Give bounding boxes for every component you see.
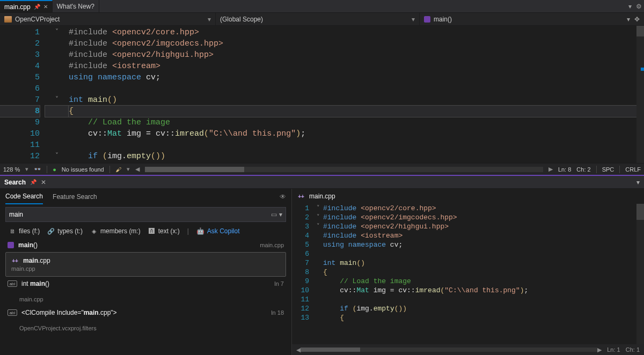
dropdown-options-icon[interactable]: ▭: [271, 211, 277, 218]
cpp-file-icon: ++: [297, 193, 305, 200]
check-icon: ●: [53, 166, 56, 173]
fold-gutter[interactable]: ˅ ˅ ˅: [45, 26, 69, 163]
pin-icon[interactable]: 📌: [30, 179, 36, 185]
member-icon: [8, 242, 14, 248]
preview-filename: main.cpp: [309, 193, 335, 200]
scroll-left-icon[interactable]: ◀: [135, 166, 140, 173]
filter-types[interactable]: 🔗types (t:): [47, 227, 83, 235]
issues-label[interactable]: No issues found: [62, 166, 104, 173]
search-input[interactable]: [9, 211, 271, 218]
result-title: main.cpp: [23, 257, 50, 264]
split-icon[interactable]: ✥: [634, 16, 640, 23]
vertical-scrollbar[interactable]: [636, 26, 644, 163]
close-icon[interactable]: ✕: [43, 4, 48, 10]
search-title: Search: [4, 179, 26, 186]
scroll-right-icon[interactable]: ▶: [548, 166, 553, 173]
glasses-icon[interactable]: 👓: [34, 166, 41, 173]
close-icon[interactable]: ✕: [41, 179, 46, 186]
result-line: ln 7: [274, 280, 284, 287]
search-preview-pane: ++ main.cpp 12345678910111213 ˅ ˅ ˅ #inc…: [292, 189, 644, 355]
line-number-gutter: 123456789101112: [0, 26, 45, 163]
search-panel-header: Search 📌 ✕ ▾: [0, 175, 644, 189]
tab-label: main.cpp: [4, 3, 31, 11]
document-tabs: main.cpp 📌 ✕ What's New? ▾ ⚙: [0, 0, 644, 13]
search-left-pane: Code Search Feature Search 👁 ▭ ▾ 🗎files …: [0, 189, 292, 355]
preview-fold-gutter[interactable]: ˅ ˅ ˅: [313, 204, 323, 344]
result-line: ln 18: [271, 309, 284, 316]
preview-code[interactable]: #include <opencv2/core.hpp>#include <ope…: [323, 204, 644, 344]
search-result-definition[interactable]: abl int main() ln 7 main.cpp: [5, 277, 286, 306]
project-name: OpenCVProject: [15, 16, 60, 23]
chevron-down-icon[interactable]: ▾: [25, 166, 28, 173]
file-icon: 🗎: [9, 227, 16, 235]
chevron-down-icon[interactable]: ▾: [636, 179, 640, 186]
filter-members[interactable]: ◈members (m:): [90, 227, 141, 235]
scope-label: (Global Scope): [220, 16, 263, 23]
tab-main-cpp[interactable]: main.cpp 📌 ✕: [0, 0, 53, 12]
result-file: main.cpp: [260, 242, 284, 248]
char-indicator[interactable]: Ch: 2: [576, 166, 590, 173]
preview-line[interactable]: Ln: 1: [607, 346, 620, 353]
scroll-left-icon[interactable]: ◀: [296, 346, 301, 353]
filter-files[interactable]: 🗎files (f:): [9, 227, 40, 235]
code-area[interactable]: #include <opencv2/core.hpp>#include <ope…: [69, 26, 644, 163]
result-path: OpenCVProject.vcxproj.filters: [19, 325, 97, 331]
function-icon: [424, 16, 430, 23]
search-input-container: ▭ ▾: [5, 207, 286, 222]
editor-status-bar: 128 % ▾ 👓 ● No issues found 🖌 ▾ ◀ ▶ Ln: …: [0, 163, 644, 175]
text-result-icon: abl: [8, 309, 17, 316]
search-results-list: main() main.cpp ++ main.cpp main.cpp abl…: [0, 238, 291, 355]
preview-horizontal-scrollbar[interactable]: [301, 347, 597, 352]
result-path: main.cpp: [11, 265, 35, 272]
text-icon: 🅰: [148, 227, 156, 235]
ask-copilot-button[interactable]: 🤖Ask Copilot: [196, 227, 240, 235]
code-editor[interactable]: 123456789101112 ˅ ˅ ˅ #include <opencv2/…: [0, 26, 644, 163]
chevron-down-icon[interactable]: ▾: [127, 166, 130, 173]
tab-feature-search[interactable]: Feature Search: [53, 190, 97, 204]
chevron-down-icon: ▾: [208, 16, 211, 23]
eye-off-icon[interactable]: 👁: [280, 193, 286, 201]
zoom-level[interactable]: 128 %: [3, 166, 20, 173]
tab-code-search[interactable]: Code Search: [5, 189, 43, 204]
chevron-down-icon: ▾: [412, 16, 415, 23]
dropdown-icon[interactable]: ▾: [628, 3, 632, 10]
spaces-indicator[interactable]: SPC: [602, 166, 614, 173]
tab-whats-new[interactable]: What's New?: [53, 0, 99, 12]
search-panel: Code Search Feature Search 👁 ▭ ▾ 🗎files …: [0, 189, 644, 355]
preview-editor[interactable]: 12345678910111213 ˅ ˅ ˅ #include <opencv…: [292, 204, 644, 344]
result-title: main(): [18, 241, 38, 249]
line-ending-indicator[interactable]: CRLF: [625, 166, 641, 173]
search-result-member[interactable]: main() main.cpp: [5, 238, 286, 252]
preview-header: ++ main.cpp: [292, 189, 644, 204]
preview-vertical-scrollbar[interactable]: [636, 204, 644, 344]
chevron-down-icon[interactable]: ▾: [279, 211, 282, 218]
types-icon: 🔗: [47, 227, 55, 235]
scroll-thumb[interactable]: [301, 347, 360, 352]
pin-icon[interactable]: 📌: [34, 4, 40, 10]
preview-char[interactable]: Ch: 1: [626, 346, 640, 353]
scroll-thumb[interactable]: [636, 204, 644, 220]
scroll-marker: [641, 68, 644, 71]
scroll-right-icon[interactable]: ▶: [597, 346, 602, 353]
scroll-thumb[interactable]: [636, 26, 644, 36]
member-dropdown[interactable]: main(): [420, 13, 627, 25]
filter-text[interactable]: 🅰text (x:): [148, 227, 180, 235]
member-name: main(): [434, 16, 452, 23]
brush-icon[interactable]: 🖌: [115, 166, 121, 173]
project-dropdown[interactable]: OpenCVProject ▾: [0, 13, 216, 25]
horizontal-scrollbar[interactable]: [145, 167, 543, 172]
preview-status-bar: ◀ ▶ Ln: 1 Ch: 1: [292, 344, 644, 355]
scope-dropdown[interactable]: (Global Scope) ▾: [216, 13, 420, 25]
search-result-file[interactable]: ++ main.cpp main.cpp: [5, 252, 286, 277]
result-path: main.cpp: [19, 296, 43, 302]
gear-icon[interactable]: ⚙: [636, 3, 642, 10]
search-result-reference[interactable]: abl <ClCompile Include="main.cpp"> ln 18…: [5, 306, 286, 335]
line-indicator[interactable]: Ln: 8: [558, 166, 571, 173]
scroll-thumb[interactable]: [145, 167, 245, 172]
result-title: int main(): [21, 280, 49, 287]
tab-label: What's New?: [57, 3, 94, 10]
cpp-file-icon: ++: [11, 257, 19, 264]
project-icon: [4, 16, 12, 23]
preview-line-gutter: 12345678910111213: [292, 204, 313, 344]
chevron-down-icon[interactable]: ▾: [627, 16, 630, 23]
